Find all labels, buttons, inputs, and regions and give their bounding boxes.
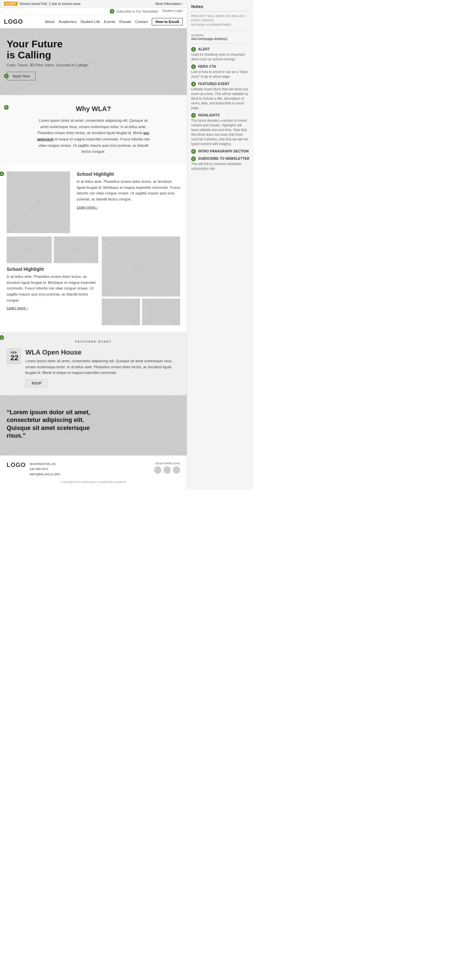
notes-title: Notes	[191, 4, 249, 11]
highlight-main-body: In at tellus ante. Phasellus ornare dolo…	[77, 179, 180, 202]
note-item-4: 4 HIGHLIGHTS This block denotes a sectio…	[191, 113, 249, 146]
alert-text: School closed Feb. 2 due to severe snow	[20, 2, 81, 6]
apply-now-button[interactable]: Apply Now	[7, 72, 36, 80]
highlight-learn-more-1[interactable]: Learn more	[77, 205, 98, 209]
highlight-main-image	[7, 172, 70, 233]
highlights-badge: 4	[0, 172, 4, 176]
social-icon-2[interactable]	[164, 466, 171, 474]
footer-info: WASHINGTON, DC 240-580-3371 INFO@WLAPCS.…	[30, 461, 60, 477]
event-date-box: FEB 22	[7, 348, 21, 364]
footer-copyright: Copyright 2016 Washington Leadership Aca…	[7, 480, 180, 484]
highlight-small-image-1	[7, 237, 52, 263]
rsvp-button[interactable]: RSVP	[25, 379, 48, 387]
social-media-label: Social Media Icons	[154, 461, 180, 465]
quote-section: “Lorem ipsum dolor sit amet, consectetur…	[0, 395, 187, 455]
nav-links: About Academics Student Life Events Dona…	[45, 18, 183, 25]
subscribe-link[interactable]: Subscribe to Our Newsletter	[116, 10, 158, 13]
highlight-small-right-1	[102, 299, 140, 325]
top-links-row: 6 Subscribe to Our Newsletter Student Lo…	[0, 8, 187, 15]
student-login-link[interactable]: Student Login	[162, 9, 183, 14]
social-icon-3[interactable]	[173, 466, 180, 474]
highlight-learn-more-2[interactable]: Learn more	[7, 306, 28, 310]
subscribe-badge: 6	[110, 9, 114, 14]
how-to-enroll-button[interactable]: How to Enroll	[152, 18, 183, 25]
notes-items: 1 ALERT Used for breaking news or import…	[191, 47, 249, 171]
highlight-small-right-2	[142, 299, 181, 325]
featured-event-badge: 3	[0, 335, 4, 340]
notes-panel: Notes PROJECT WLA-WHH-v01-MS-AM 2 DATE 1…	[187, 0, 254, 490]
event-title: WLA Open House	[25, 348, 180, 356]
note-item-3: 3 FEATURED EVENT Editable event block th…	[191, 82, 249, 110]
footer-logo: LOGO	[7, 461, 26, 469]
why-wla-title: Why WLA?	[7, 105, 180, 113]
nav-academics[interactable]: Academics	[59, 20, 77, 24]
event-day: 22	[10, 354, 17, 361]
notes-screen: SCREEN wla-homepage-desktop1	[191, 33, 249, 44]
nav-events[interactable]: Events	[104, 20, 115, 24]
featured-event-label: FEATURED EVENT	[7, 340, 180, 343]
hero-section: Your Future is Calling Code. Travel. 3D …	[0, 29, 187, 95]
hero-headline: Your Future is Calling	[7, 38, 180, 60]
quote-text: “Lorem ipsum dolor sit amet, consectetur…	[7, 409, 107, 440]
featured-event-section: 3 FEATURED EVENT FEB 22 WLA Open House L…	[0, 332, 187, 395]
highlight-second-body: In at tellus ante. Phasellus ornare dolo…	[7, 274, 98, 303]
why-wla-body: Lorem ipsum dolor sit amet, consectetur …	[37, 118, 150, 155]
alert-label: ALERT	[4, 2, 17, 6]
highlight-main-title: School Highlight	[77, 172, 180, 177]
hero-subtext: Code. Travel. 3D Print. Intern. Succeed …	[7, 63, 180, 67]
note-item-5: 5 INTRO PARAGRAPH SECTION	[191, 149, 249, 154]
alert-bar: ALERT School closed Feb. 2 due to severe…	[0, 0, 187, 8]
note-item-1: 1 ALERT Used for breaking news or import…	[191, 47, 249, 62]
event-body: Lorem ipsum dolor sit amet, consectetur …	[25, 358, 180, 376]
highlight-small-image-2	[54, 237, 99, 263]
nav-about[interactable]: About	[45, 20, 55, 24]
why-wla-badge: 6	[4, 105, 9, 110]
more-info-link[interactable]: More Information ›	[156, 2, 183, 6]
highlights-section: 4 School Highlight In at tellus ante. Ph…	[0, 165, 187, 332]
nav-donate[interactable]: Donate	[119, 20, 131, 24]
notes-meta: PROJECT WLA-WHH-v01-MS-AM 2 DATE 1/8/201…	[191, 14, 249, 30]
highlight-second-title: School Highlight	[7, 267, 98, 272]
nav-student-life[interactable]: Student Life	[80, 20, 100, 24]
nav-contact[interactable]: Contact	[135, 20, 148, 24]
note-item-6: 6 SUBSCRIBE TO NEWSLETTER This will link…	[191, 156, 249, 171]
social-icon-1[interactable]	[154, 466, 162, 474]
note-item-2: 2 HERO CTA Link to how to enroll or use …	[191, 64, 249, 79]
why-wla-section: 6 Why WLA? Lorem ipsum dolor sit amet, c…	[0, 95, 187, 165]
navbar: LOGO About Academics Student Life Events…	[0, 15, 187, 29]
site-logo[interactable]: LOGO	[4, 18, 23, 25]
footer-social: Social Media Icons	[154, 461, 180, 474]
highlight-tall-image	[102, 237, 180, 296]
footer: LOGO WASHINGTON, DC 240-580-3371 INFO@WL…	[0, 455, 187, 490]
